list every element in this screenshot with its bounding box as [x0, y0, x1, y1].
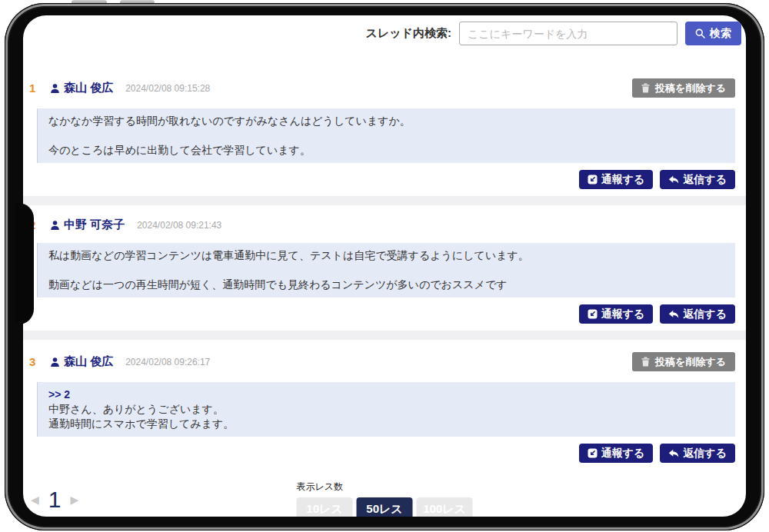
thread-footer: ◀ 1 ▶ 表示レス数 10レス50レス100レス: [23, 479, 746, 517]
report-button[interactable]: 通報する: [579, 304, 654, 324]
report-icon: [588, 309, 598, 319]
post-card: 1 森山 俊広 2024/02/08 09:15:28 投稿を削除する なかなか…: [23, 66, 746, 196]
search-label: スレッド内検索:: [366, 26, 451, 41]
report-button[interactable]: 通報する: [579, 444, 654, 463]
user-icon: [50, 83, 60, 94]
report-button[interactable]: 通報する: [579, 170, 654, 189]
stage: スレッド内検索: 検索 1 森山 俊広 2024/02/08 09:15:28: [0, 0, 769, 532]
post-body-line: 中野さん、ありがとうございます。: [48, 402, 724, 417]
reply-button[interactable]: 返信する: [660, 170, 735, 189]
search-button-label: 検索: [710, 27, 731, 41]
post-body-line: 今のところは早めに出勤して会社で学習しています。: [48, 143, 724, 158]
device-screen: スレッド内検索: 検索 1 森山 俊広 2024/02/08 09:15:28: [23, 15, 746, 517]
trash-icon: [641, 357, 650, 367]
post-author-name: 森山 俊広: [64, 354, 113, 369]
reply-arrow-icon: [668, 310, 679, 319]
display-count-option[interactable]: 100レス: [417, 497, 473, 517]
post-body-line: なかなか学習する時間が取れないのですがみなさんはどうしていますか。: [48, 114, 724, 128]
post-number: 1: [29, 81, 50, 95]
post-author: 森山 俊広: [50, 81, 113, 95]
report-button-label: 通報する: [601, 173, 645, 187]
trash-icon: [641, 83, 650, 93]
search-button[interactable]: 検索: [685, 22, 741, 45]
post-timestamp: 2024/02/08 09:15:28: [125, 83, 210, 94]
post-body-line: 私は動画などの学習コンテンツは電車通勤中に見て、テストは自宅で受講するようにして…: [48, 248, 724, 263]
display-count-group: 表示レス数 10レス50レス100レス: [297, 480, 473, 517]
user-icon: [50, 220, 60, 231]
report-icon: [588, 448, 598, 458]
post-header: 1 森山 俊広 2024/02/08 09:15:28 投稿を削除する: [23, 66, 746, 98]
reply-button-label: 返信する: [683, 447, 727, 461]
post-header: 3 森山 俊広 2024/02/08 09:26:17 投稿を削除する: [23, 340, 746, 371]
prev-page-icon[interactable]: ◀: [31, 494, 39, 506]
post-body-line: [48, 263, 724, 278]
post-actions: 通報する 返信する: [23, 444, 735, 470]
post-list: 1 森山 俊広 2024/02/08 09:15:28 投稿を削除する なかなか…: [23, 66, 746, 470]
report-button-label: 通報する: [601, 308, 645, 321]
post-body: なかなか学習する時間が取れないのですがみなさんはどうしていますか。 今のところは…: [37, 108, 735, 163]
post-body-line: [48, 128, 724, 143]
current-page-number[interactable]: 1: [48, 488, 62, 511]
post-anchor-link[interactable]: >> 2: [48, 387, 724, 402]
post-author-name: 中野 可奈子: [64, 218, 125, 232]
delete-post-label: 投稿を削除する: [655, 355, 726, 369]
next-page-icon[interactable]: ▶: [70, 494, 78, 506]
reply-button[interactable]: 返信する: [660, 304, 735, 324]
display-count-option[interactable]: 10レス: [297, 497, 353, 517]
search-icon: [695, 28, 705, 38]
post-body-line: 通勤時間にスマホで学習してみます。: [48, 417, 724, 431]
reply-arrow-icon: [668, 449, 679, 458]
display-count-label: 表示レス数: [297, 480, 473, 494]
delete-post-label: 投稿を削除する: [655, 81, 726, 95]
user-icon: [50, 357, 60, 367]
post-number: 3: [29, 355, 50, 368]
search-input[interactable]: [459, 22, 677, 45]
post-author: 中野 可奈子: [50, 218, 125, 232]
post-body-line: 動画などは一つの再生時間が短く、通勤時間でも見終わるコンテンツが多いのでおススメ…: [48, 278, 724, 292]
display-count-option[interactable]: 50レス: [357, 497, 413, 517]
post-author-name: 森山 俊広: [64, 81, 113, 95]
post-header: 2 中野 可奈子 2024/02/08 09:21:43: [23, 205, 746, 232]
post-actions: 通報する 返信する: [23, 304, 735, 331]
post-timestamp: 2024/02/08 09:26:17: [125, 357, 210, 367]
delete-post-button[interactable]: 投稿を削除する: [632, 78, 735, 98]
post-actions: 通報する 返信する: [23, 170, 735, 196]
pagination: ◀ 1 ▶: [31, 488, 78, 511]
report-button-label: 通報する: [601, 447, 645, 461]
post-card: 3 森山 俊広 2024/02/08 09:26:17 投稿を削除する >> 2…: [23, 340, 746, 470]
report-icon: [588, 175, 598, 185]
display-count-buttons: 10レス50レス100レス: [297, 497, 473, 517]
post-body: 私は動画などの学習コンテンツは電車通勤中に見て、テストは自宅で受講するようにして…: [37, 243, 735, 298]
reply-button-label: 返信する: [683, 173, 727, 187]
delete-post-button[interactable]: 投稿を削除する: [632, 352, 735, 371]
post-timestamp: 2024/02/08 09:21:43: [137, 220, 221, 231]
thread-search-bar: スレッド内検索: 検索: [23, 22, 741, 45]
post-card: 2 中野 可奈子 2024/02/08 09:21:43 私は動画などの学習コン…: [23, 205, 746, 331]
post-body: >> 2中野さん、ありがとうございます。通勤時間にスマホで学習してみます。: [37, 382, 735, 437]
reply-arrow-icon: [668, 175, 679, 185]
post-author: 森山 俊広: [50, 354, 113, 369]
reply-button-label: 返信する: [683, 308, 727, 321]
reply-button[interactable]: 返信する: [660, 444, 735, 463]
camera-notch: [15, 203, 34, 324]
